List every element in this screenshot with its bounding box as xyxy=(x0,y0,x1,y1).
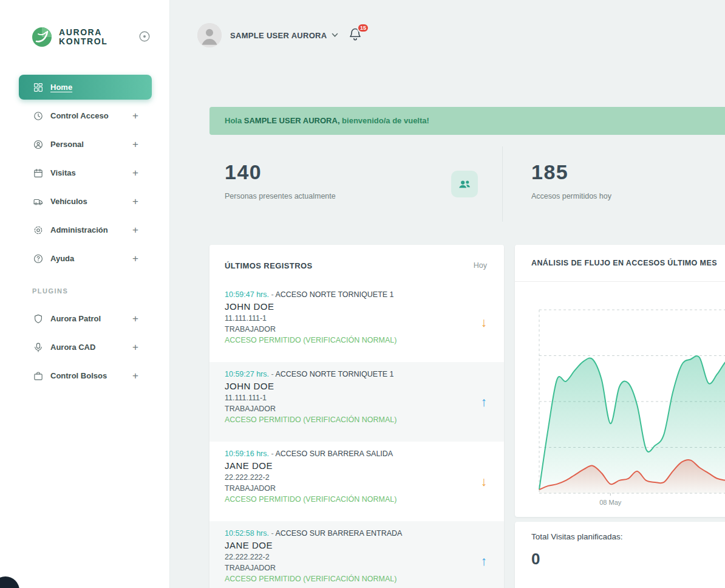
entry-person-role: TRABAJADOR xyxy=(225,564,461,572)
arrow-up-icon: ↑ xyxy=(481,395,488,409)
stat-accesos-permitidos: 185 Accesos permitidos hoy xyxy=(531,160,611,200)
sidebar-item-vehiculos[interactable]: Vehículos+ xyxy=(19,189,152,214)
entry-person-id: 22.222.222-2 xyxy=(225,553,461,561)
sidebar-item-ayuda[interactable]: Ayuda+ xyxy=(19,246,152,271)
chevron-down-icon xyxy=(332,33,338,38)
sidebar: AURORA KONTROL HomeControl Acceso+Person… xyxy=(0,0,170,588)
expand-plus-icon[interactable]: + xyxy=(132,110,138,122)
entry-status: ACCESO PERMITIDO (VERIFICACIÓN NORMAL) xyxy=(225,575,461,583)
total-visits-card: Total Visitas planificadas: 0 xyxy=(515,522,725,588)
banner-text-prefix: Hola xyxy=(225,116,244,125)
arrow-down-icon: ↓ xyxy=(481,315,488,330)
svg-text:08 May: 08 May xyxy=(599,499,622,506)
total-visits-label: Total Visitas planificadas: xyxy=(531,532,725,541)
registro-entry[interactable]: 10:59:27 hrs. - ACCESO NORTE TORNIQUETE … xyxy=(209,362,504,442)
stat-value: 140 xyxy=(225,160,336,184)
logo-text-line2: KONTROL xyxy=(59,37,107,46)
sidebar-item-label: Ayuda xyxy=(50,254,74,263)
gear-icon xyxy=(33,225,44,236)
help-icon xyxy=(33,253,44,264)
registro-entry[interactable]: 10:52:58 hrs. - ACCESO SUR BARRERA ENTRA… xyxy=(209,521,504,588)
expand-plus-icon[interactable]: + xyxy=(132,313,138,325)
entry-location: ACCESO NORTE TORNIQUETE 1 xyxy=(275,290,393,299)
expand-plus-icon[interactable]: + xyxy=(132,253,138,265)
sidebar-item-control-acceso[interactable]: Control Acceso+ xyxy=(19,103,152,128)
entry-person-name: JOHN DOE xyxy=(225,301,461,312)
sidebar-item-personal[interactable]: Personal+ xyxy=(19,132,152,157)
entry-location: ACCESO SUR BARRERA ENTRADA xyxy=(275,529,402,538)
avatar xyxy=(197,23,222,47)
entry-person-name: JANE DOE xyxy=(225,460,461,471)
clock-icon xyxy=(33,111,44,121)
entry-time: 10:52:58 hrs. xyxy=(225,529,269,538)
calendar-icon xyxy=(33,168,44,179)
stat-label: Accesos permitidos hoy xyxy=(531,192,611,200)
registros-list: 10:59:47 hrs. - ACCESO NORTE TORNIQUETE … xyxy=(209,282,504,588)
expand-plus-icon[interactable]: + xyxy=(132,167,138,179)
entry-person-name: JOHN DOE xyxy=(225,381,461,391)
sidebar-item-aurora-patrol[interactable]: Aurora Patrol+ xyxy=(19,306,152,331)
user-menu[interactable]: SAMPLE USER AURORA xyxy=(197,22,338,49)
registro-entry[interactable]: 10:59:47 hrs. - ACCESO NORTE TORNIQUETE … xyxy=(209,282,504,362)
cad-icon xyxy=(33,342,44,353)
entry-person-id: 11.111.111-1 xyxy=(225,314,461,323)
notification-badge: 15 xyxy=(357,23,369,33)
people-icon xyxy=(451,171,478,197)
plugins-menu: Aurora Patrol+Aurora CAD+Control Bolsos+ xyxy=(19,306,152,392)
entry-location: ACCESO SUR BARRERA SALIDA xyxy=(275,450,393,458)
flow-analysis-card: ANÁLISIS DE FLUJO EN ACCESOS ÚLTIMO MES … xyxy=(515,245,725,517)
sidebar-item-control-bolsos[interactable]: Control Bolsos+ xyxy=(19,363,152,388)
ultimos-registros-card: ÚLTIMOS REGISTROS Hoy 10:59:47 hrs. - AC… xyxy=(209,245,504,588)
arrow-up-icon: ↑ xyxy=(481,554,488,569)
entry-status: ACCESO PERMITIDO (VERIFICACIÓN NORMAL) xyxy=(225,336,461,344)
divider xyxy=(502,146,503,222)
period-filter[interactable]: Hoy xyxy=(474,261,487,270)
sidebar-item-visitas[interactable]: Visitas+ xyxy=(19,160,152,185)
expand-plus-icon[interactable]: + xyxy=(132,196,138,208)
expand-plus-icon[interactable]: + xyxy=(132,224,138,236)
plugins-section-label: PLUGINS xyxy=(32,287,68,295)
entry-person-role: TRABAJADOR xyxy=(225,484,461,493)
sidebar-item-administracion[interactable]: Administración+ xyxy=(19,217,152,242)
app-root: AURORA KONTROL HomeControl Acceso+Person… xyxy=(0,0,725,588)
sidebar-item-label: Administración xyxy=(50,225,108,234)
registro-entry[interactable]: 10:59:16 hrs. - ACCESO SUR BARRERA SALID… xyxy=(209,442,504,521)
sidebar-item-label: Aurora Patrol xyxy=(50,314,101,323)
card-title: ÚLTIMOS REGISTROS xyxy=(225,261,313,270)
stat-personas-presentes: 140 Personas presentes actualmente xyxy=(225,160,336,200)
total-visits-value: 0 xyxy=(531,550,725,569)
entry-person-role: TRABAJADOR xyxy=(225,325,461,333)
logo-leaf-icon xyxy=(30,26,53,49)
stat-value: 185 xyxy=(531,160,611,184)
expand-plus-icon[interactable]: + xyxy=(132,138,138,151)
card-title: ANÁLISIS DE FLUJO EN ACCESOS ÚLTIMO MES xyxy=(515,245,725,282)
entry-location: ACCESO NORTE TORNIQUETE 1 xyxy=(275,370,393,378)
sidebar-toggle-button[interactable] xyxy=(138,30,151,45)
entry-status: ACCESO PERMITIDO (VERIFICACIÓN NORMAL) xyxy=(225,415,461,424)
shield-icon xyxy=(33,313,44,324)
sidebar-item-aurora-cad[interactable]: Aurora CAD+ xyxy=(19,335,152,360)
sidebar-item-label: Visitas xyxy=(50,168,76,177)
welcome-banner: Hola SAMPLE USER AURORA, bienvenido/a de… xyxy=(209,107,725,135)
app-logo: AURORA KONTROL xyxy=(30,26,107,49)
banner-user-name: SAMPLE USER AURORA, xyxy=(244,116,340,125)
sidebar-item-label: Aurora CAD xyxy=(50,343,95,352)
person-icon xyxy=(33,139,44,150)
sidebar-item-label: Home xyxy=(50,83,72,92)
entry-person-role: TRABAJADOR xyxy=(225,405,461,413)
sidebar-item-label: Control Acceso xyxy=(50,111,109,120)
notifications-button[interactable]: 15 xyxy=(348,27,365,44)
entry-time: 10:59:27 hrs. xyxy=(225,370,269,378)
entry-person-id: 11.111.111-1 xyxy=(225,394,461,402)
expand-plus-icon[interactable]: + xyxy=(132,341,138,354)
dashboard-icon xyxy=(33,82,44,93)
user-name: SAMPLE USER AURORA xyxy=(230,31,327,40)
sidebar-item-label: Control Bolsos xyxy=(50,371,107,380)
flow-chart: 08 May xyxy=(515,282,725,517)
sidebar-item-home[interactable]: Home xyxy=(19,75,152,100)
vehicle-icon xyxy=(33,196,44,207)
expand-plus-icon[interactable]: + xyxy=(132,370,138,382)
main-menu: HomeControl Acceso+Personal+Visitas+Vehí… xyxy=(19,75,152,275)
sidebar-item-label: Vehículos xyxy=(50,197,87,206)
entry-time: 10:59:47 hrs. xyxy=(225,290,269,299)
